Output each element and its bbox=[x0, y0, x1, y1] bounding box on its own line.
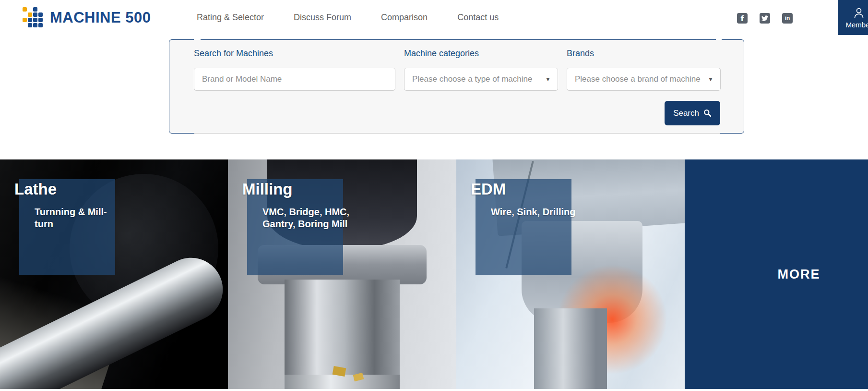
logo-mosaic-icon bbox=[23, 7, 43, 28]
member-label: Member bbox=[845, 21, 868, 29]
search-for-machines-label: Search for Machines bbox=[194, 48, 395, 59]
category-subtitle-edm: Wire, Sink, Drilling bbox=[491, 206, 601, 218]
category-subtitle-lathe: Turnning & Mill- turn bbox=[35, 206, 145, 230]
panel-border-accent bbox=[194, 133, 720, 134]
search-button[interactable]: Search bbox=[665, 101, 720, 125]
machine-categories-select[interactable]: Please choose a type of machine ▼ bbox=[404, 68, 558, 91]
machine-categories-value: Please choose a type of machine bbox=[412, 74, 532, 84]
hero-panel-more[interactable]: MORE bbox=[685, 159, 868, 389]
category-title-milling: Milling bbox=[242, 180, 292, 199]
chevron-down-icon: ▼ bbox=[545, 76, 551, 83]
bottom-strip bbox=[0, 389, 868, 391]
person-icon bbox=[853, 7, 865, 19]
brands-value: Please choose a brand of machine bbox=[575, 74, 701, 84]
milling-cutter-tip-shape bbox=[285, 375, 400, 389]
machine-search-panel: Search for Machines Machine categories P… bbox=[169, 39, 744, 134]
hero-panel-lathe[interactable]: Lathe Turnning & Mill- turn bbox=[0, 159, 228, 389]
hero-categories: Lathe Turnning & Mill- turn Milling VMC,… bbox=[0, 159, 868, 389]
logo-text: MACHINE 500 bbox=[50, 9, 151, 26]
facebook-icon[interactable]: f bbox=[737, 13, 748, 24]
search-input[interactable] bbox=[194, 68, 395, 91]
panel-border-gap-left bbox=[194, 39, 201, 40]
linkedin-icon[interactable]: in bbox=[782, 13, 793, 24]
category-title-lathe: Lathe bbox=[14, 180, 57, 199]
page: MACHINE 500 Rating & Selector Discuss Fo… bbox=[0, 0, 868, 391]
search-field-group: Search for Machines bbox=[194, 48, 395, 91]
brands-field-group: Brands Please choose a brand of machine … bbox=[567, 48, 721, 91]
social-links: f in bbox=[737, 13, 793, 24]
categories-field-group: Machine categories Please choose a type … bbox=[404, 48, 558, 91]
panel-border-gap-right bbox=[716, 39, 722, 40]
chevron-down-icon: ▼ bbox=[708, 76, 713, 83]
nav-item-comparison[interactable]: Comparison bbox=[381, 12, 428, 23]
brands-select[interactable]: Please choose a brand of machine ▼ bbox=[567, 68, 721, 91]
hero-panel-milling[interactable]: Milling VMC, Bridge, HMC, Gantry, Boring… bbox=[228, 159, 456, 389]
brands-label: Brands bbox=[567, 48, 721, 59]
hero-panel-edm[interactable]: EDM Wire, Sink, Drilling bbox=[456, 159, 685, 389]
nav-item-discuss-forum[interactable]: Discuss Forum bbox=[294, 12, 351, 23]
more-label: MORE bbox=[778, 267, 820, 282]
twitter-icon[interactable] bbox=[760, 13, 770, 24]
machine-categories-label: Machine categories bbox=[404, 48, 558, 59]
category-subtitle-milling: VMC, Bridge, HMC, Gantry, Boring Mill bbox=[262, 206, 373, 230]
category-title-edm: EDM bbox=[471, 180, 506, 199]
page-header: MACHINE 500 Rating & Selector Discuss Fo… bbox=[0, 0, 868, 35]
logo-mosaic-squares bbox=[23, 7, 27, 12]
member-button[interactable]: Member bbox=[838, 0, 868, 35]
edm-workpiece-shape bbox=[534, 308, 607, 389]
brand-logo[interactable]: MACHINE 500 bbox=[23, 7, 151, 28]
search-icon bbox=[703, 109, 712, 117]
search-button-label: Search bbox=[673, 109, 699, 118]
main-nav: Rating & Selector Discuss Forum Comparis… bbox=[197, 0, 499, 35]
nav-item-rating-selector[interactable]: Rating & Selector bbox=[197, 12, 264, 23]
nav-item-contact-us[interactable]: Contact us bbox=[457, 12, 499, 23]
